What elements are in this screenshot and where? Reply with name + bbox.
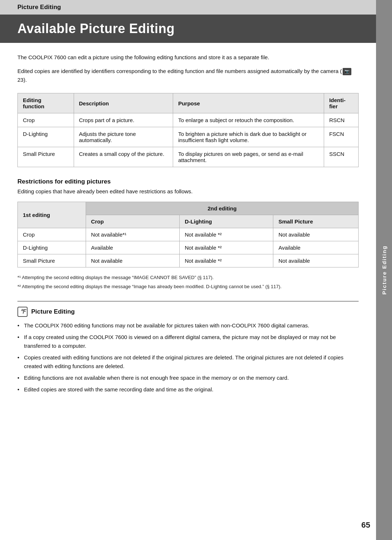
table-row: Crop Crops part of a picture. To enlarge… [18, 113, 359, 127]
table-row: D-Lighting Adjusts the picture tone auto… [18, 127, 359, 147]
table2-subheader-dlighting: D-Lighting [180, 215, 273, 228]
cell-1st: D-Lighting [18, 241, 86, 254]
intro-line2: Edited copies are identified by identifi… [17, 67, 359, 84]
cell-function: Small Picture [18, 147, 74, 167]
cell-dlighting: Not available *² [180, 241, 273, 254]
cell-purpose: To display pictures on web pages, or sen… [173, 147, 324, 167]
table2-subheader-crop: Crop [86, 215, 179, 228]
camera-ref-icon: 📷 [343, 68, 351, 75]
cell-smallpic: Not available [273, 254, 359, 267]
table2-header-1st: 1st editing [18, 202, 86, 228]
note-section: ℉ Picture Editing The COOLPIX 7600 editi… [17, 301, 359, 394]
table-header-purpose: Purpose [173, 93, 324, 113]
note-bullet-item: Copies created with editing functions ar… [17, 353, 359, 371]
cell-purpose: To brighten a picture which is dark due … [173, 127, 324, 147]
cell-smallpic: Not available [273, 228, 359, 241]
page-title-bar: Available Picture Editing [0, 15, 376, 43]
page-title: Available Picture Editing [17, 21, 359, 36]
cell-1st: Small Picture [18, 254, 86, 267]
restrictions-heading: Restrictions for editing pictures [17, 178, 359, 185]
table2-header-2nd: 2nd editing [86, 202, 358, 215]
cell-description: Crops part of a picture. [74, 113, 173, 127]
cell-dlighting: Not available *² [180, 228, 273, 241]
note-bullet-item: The COOLPIX 7600 editing functions may n… [17, 321, 359, 330]
restrictions-subtext: Editing copies that have already been ed… [17, 188, 359, 194]
note-title: Picture Editing [31, 308, 75, 315]
cell-dlighting: Not available *² [180, 254, 273, 267]
cell-function: D-Lighting [18, 127, 74, 147]
cell-description: Creates a small copy of the picture. [74, 147, 173, 167]
cell-description: Adjusts the picture tone automatically. [74, 127, 173, 147]
cell-identifier: FSCN [324, 127, 358, 147]
footnote: *¹ Attempting the second editing display… [17, 274, 359, 282]
cell-1st: Crop [18, 228, 86, 241]
note-header: ℉ Picture Editing [17, 307, 359, 317]
cell-function: Crop [18, 113, 74, 127]
breadcrumb: Picture Editing [0, 0, 376, 15]
table-row: Small Picture Not available Not availabl… [18, 254, 359, 267]
table-header-function: Editingfunction [18, 93, 74, 113]
table-header-identifier: Identi-fier [324, 93, 358, 113]
cell-smallpic: Available [273, 241, 359, 254]
cell-purpose: To enlarge a subject or retouch the comp… [173, 113, 324, 127]
cell-identifier: RSCN [324, 113, 358, 127]
table-row: D-Lighting Available Not available *² Av… [18, 241, 359, 254]
page-number: 65 [362, 520, 370, 530]
restrictions-table: 1st editing 2nd editing Crop D-Lighting … [17, 202, 359, 267]
note-bullet-item: Editing functions are not available when… [17, 374, 359, 382]
table-header-description: Description [74, 93, 173, 113]
note-icon: ℉ [17, 307, 28, 317]
footnotes: *¹ Attempting the second editing display… [17, 274, 359, 291]
table2-subheader-smallpic: Small Picture [273, 215, 359, 228]
table-row: Small Picture Creates a small copy of th… [18, 147, 359, 167]
editing-functions-table: Editingfunction Description Purpose Iden… [17, 93, 359, 167]
cell-crop: Not available [86, 254, 179, 267]
note-bullet-item: If a copy created using the COOLPIX 7600… [17, 333, 359, 350]
side-tab-label: Picture Editing [381, 242, 387, 298]
footnote: *² Attempting the second editing display… [17, 283, 359, 291]
side-tab: Picture Editing [376, 0, 392, 540]
table-row: Crop Not available*¹ Not available *² No… [18, 228, 359, 241]
note-bullets: The COOLPIX 7600 editing functions may n… [17, 321, 359, 394]
cell-identifier: SSCN [324, 147, 358, 167]
cell-crop: Available [86, 241, 179, 254]
intro-line1: The COOLPIX 7600 can edit a picture usin… [17, 53, 359, 62]
cell-crop: Not available*¹ [86, 228, 179, 241]
note-bullet-item: Edited copies are stored with the same r… [17, 385, 359, 394]
